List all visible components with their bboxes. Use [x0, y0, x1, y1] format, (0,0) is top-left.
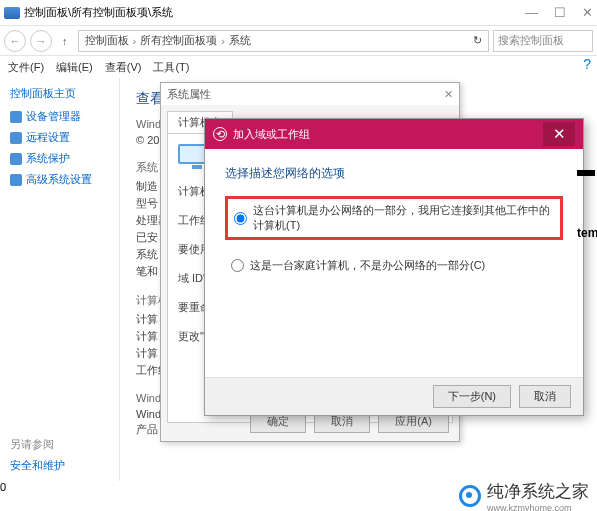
- wizard-body: 选择描述您网络的选项 这台计算机是办公网络的一部分，我用它连接到其他工作中的计算…: [205, 149, 583, 307]
- watermark-name: 纯净系统之家: [487, 480, 589, 503]
- radio-home[interactable]: [231, 259, 244, 272]
- window-title: 控制面板\所有控制面板项\系统: [24, 5, 173, 20]
- close-icon[interactable]: ✕: [444, 88, 453, 101]
- option-home-computer[interactable]: 这是一台家庭计算机，不是办公网络的一部分(C): [225, 254, 563, 277]
- menu-file[interactable]: 文件(F): [8, 60, 44, 75]
- up-button[interactable]: ↑: [56, 35, 74, 47]
- remote-icon: [10, 132, 22, 144]
- breadcrumb-item[interactable]: 控制面板: [85, 33, 129, 48]
- option-label: 这台计算机是办公网络的一部分，我用它连接到其他工作中的计算机(T): [253, 203, 554, 233]
- close-button[interactable]: ✕: [582, 5, 593, 20]
- app-icon: [4, 7, 20, 19]
- dialog-title: 系统属性: [167, 87, 211, 102]
- sidebar-item-protection[interactable]: 系统保护: [10, 151, 109, 166]
- wizard-title: 加入域或工作组: [233, 127, 310, 142]
- sidebar-item-label: 设备管理器: [26, 109, 81, 124]
- wizard-icon: ⟲: [213, 127, 227, 141]
- chevron-right-icon: ›: [133, 35, 137, 47]
- sidebar: 控制面板主页 设备管理器 远程设置 系统保护 高级系统设置 另请参阅 安全和维护: [0, 78, 120, 481]
- breadcrumb-item[interactable]: 所有控制面板项: [140, 33, 217, 48]
- forward-button[interactable]: →: [30, 30, 52, 52]
- shield-icon: [10, 153, 22, 165]
- option-label: 这是一台家庭计算机，不是办公网络的一部分(C): [250, 258, 485, 273]
- see-also-header: 另请参阅: [10, 437, 109, 452]
- see-also: 另请参阅 安全和维护: [10, 437, 109, 473]
- radio-business[interactable]: [234, 212, 247, 225]
- sidebar-item-remote[interactable]: 远程设置: [10, 130, 109, 145]
- window-controls: — ☐ ✕: [525, 5, 593, 20]
- sidebar-home[interactable]: 控制面板主页: [10, 86, 109, 101]
- breadcrumb-item[interactable]: 系统: [229, 33, 251, 48]
- menubar: 文件(F) 编辑(E) 查看(V) 工具(T): [0, 56, 597, 78]
- close-icon[interactable]: ✕: [543, 122, 575, 146]
- minimize-button[interactable]: —: [525, 5, 538, 20]
- see-also-security[interactable]: 安全和维护: [10, 458, 109, 473]
- cancel-button[interactable]: 取消: [519, 385, 571, 408]
- watermark-url: www.kzmyhome.com: [487, 503, 589, 512]
- side-watermark: tem: [577, 170, 595, 240]
- sidebar-item-label: 远程设置: [26, 130, 70, 145]
- breadcrumb[interactable]: 控制面板 › 所有控制面板项 › 系统 ↻: [78, 30, 490, 52]
- watermark-logo-icon: [459, 485, 481, 507]
- help-icon[interactable]: ?: [583, 56, 591, 72]
- sidebar-item-label: 高级系统设置: [26, 172, 92, 187]
- sidebar-item-device-manager[interactable]: 设备管理器: [10, 109, 109, 124]
- maximize-button[interactable]: ☐: [554, 5, 566, 20]
- wizard-footer: 下一步(N) 取消: [205, 377, 583, 415]
- menu-view[interactable]: 查看(V): [105, 60, 142, 75]
- sidebar-item-label: 系统保护: [26, 151, 70, 166]
- join-domain-wizard: ⟲ 加入域或工作组 ✕ 选择描述您网络的选项 这台计算机是办公网络的一部分，我用…: [204, 118, 584, 416]
- wizard-header[interactable]: ⟲ 加入域或工作组 ✕: [205, 119, 583, 149]
- dialog-titlebar[interactable]: 系统属性 ✕: [161, 83, 459, 105]
- option-business-network[interactable]: 这台计算机是办公网络的一部分，我用它连接到其他工作中的计算机(T): [225, 196, 563, 240]
- gear-icon: [10, 174, 22, 186]
- menu-edit[interactable]: 编辑(E): [56, 60, 93, 75]
- search-input[interactable]: 搜索控制面板: [493, 30, 593, 52]
- device-icon: [10, 111, 22, 123]
- menu-tools[interactable]: 工具(T): [153, 60, 189, 75]
- watermark-text-fragment: tem: [577, 226, 595, 240]
- refresh-icon[interactable]: ↻: [473, 34, 482, 47]
- next-button[interactable]: 下一步(N): [433, 385, 511, 408]
- wizard-prompt: 选择描述您网络的选项: [225, 165, 563, 182]
- search-placeholder: 搜索控制面板: [498, 33, 564, 48]
- back-button[interactable]: ←: [4, 30, 26, 52]
- footer-watermark: 纯净系统之家 www.kzmyhome.com: [0, 481, 597, 511]
- chevron-right-icon: ›: [221, 35, 225, 47]
- navbar: ← → ↑ 控制面板 › 所有控制面板项 › 系统 ↻ 搜索控制面板: [0, 26, 597, 56]
- sidebar-item-advanced[interactable]: 高级系统设置: [10, 172, 109, 187]
- titlebar: 控制面板\所有控制面板项\系统 — ☐ ✕: [0, 0, 597, 26]
